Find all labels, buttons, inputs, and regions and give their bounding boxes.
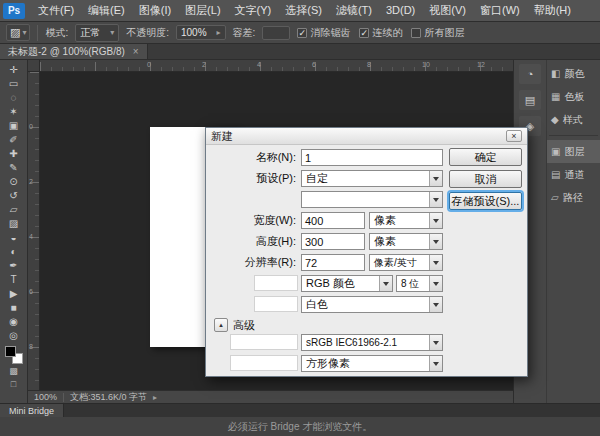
history-panel-icon[interactable]: ◔ xyxy=(519,64,541,84)
menu-item-edit[interactable]: 编辑(E) xyxy=(81,0,132,21)
menu-item-view[interactable]: 视图(V) xyxy=(422,0,473,21)
menu-item-file[interactable]: 文件(F) xyxy=(31,0,81,21)
ok-button[interactable]: 确定 xyxy=(449,148,522,166)
lasso-tool[interactable]: ◌ xyxy=(2,90,26,104)
path-select-tool[interactable]: ▶ xyxy=(2,286,26,300)
dialog-title-bar[interactable]: 新建 × xyxy=(206,128,527,145)
shape-tool[interactable]: ■ xyxy=(2,300,26,314)
menu-item-filter[interactable]: 滤镜(T) xyxy=(329,0,379,21)
hand-tool[interactable]: ◉ xyxy=(2,314,26,328)
gradient-tool[interactable]: ▨ xyxy=(2,216,26,230)
opacity-select[interactable]: 100% ▸ xyxy=(176,25,226,40)
ruler-origin-corner[interactable] xyxy=(28,60,40,72)
panel-tab-paths[interactable]: ▱路径 xyxy=(547,186,600,209)
vertical-ruler[interactable]: 02468 xyxy=(28,72,40,390)
eyedropper-tool[interactable]: ✐ xyxy=(2,132,26,146)
background-label-box xyxy=(254,296,298,312)
brush-tool[interactable]: ✎ xyxy=(2,160,26,174)
width-input[interactable]: 400 xyxy=(301,212,365,229)
document-tab[interactable]: 未标题-2 @ 100%(RGB/8) × xyxy=(0,44,148,59)
menu-item-layer[interactable]: 图层(L) xyxy=(178,0,227,21)
resolution-unit-select[interactable]: 像素/英寸 xyxy=(369,254,443,271)
color-profile-select[interactable]: sRGB IEC61966-2.1 xyxy=(301,334,443,351)
h-ruler-number: 10 xyxy=(422,61,430,68)
dialog-close-button[interactable]: × xyxy=(506,130,522,142)
healing-brush-tool[interactable]: ✚ xyxy=(2,146,26,160)
resolution-value: 72 xyxy=(305,257,317,269)
new-document-dialog: 新建 × 名称(N): 1 确定 预设(P): 自定 取消 存储 xyxy=(205,127,528,377)
close-icon[interactable]: × xyxy=(133,46,139,57)
h-ruler-number: 0 xyxy=(147,61,151,68)
marquee-tool[interactable]: ▭ xyxy=(2,76,26,90)
name-input[interactable]: 1 xyxy=(301,149,443,166)
move-tool[interactable]: ✛ xyxy=(2,62,26,76)
menu-item-image[interactable]: 图像(I) xyxy=(132,0,178,21)
v-ruler-number: 4 xyxy=(29,233,33,240)
tolerance-label: 容差: xyxy=(233,26,256,40)
panel-tab-swatches[interactable]: ▦色板 xyxy=(547,85,600,108)
width-unit-select[interactable]: 像素 xyxy=(369,212,443,229)
menu-item-type[interactable]: 文字(Y) xyxy=(228,0,279,21)
panel-tab-channels[interactable]: ▤通道 xyxy=(547,163,600,186)
menu-item-help[interactable]: 帮助(H) xyxy=(527,0,578,21)
panel-tab-label: 色板 xyxy=(564,90,584,104)
width-unit-value: 像素 xyxy=(374,213,396,228)
color-profile-value: sRGB IEC61966-2.1 xyxy=(306,337,397,348)
panel-tab-label: 颜色 xyxy=(564,67,584,81)
tolerance-input[interactable] xyxy=(262,26,290,40)
history-brush-tool[interactable]: ↺ xyxy=(2,188,26,202)
checkbox-all-layers[interactable]: 所有图层 xyxy=(411,26,464,40)
foreground-color-swatch[interactable] xyxy=(5,346,16,357)
cancel-button[interactable]: 取消 xyxy=(449,170,522,188)
preset-select[interactable]: 自定 xyxy=(301,170,443,187)
eraser-tool[interactable]: ▱ xyxy=(2,202,26,216)
color-mode-select[interactable]: RGB 颜色 xyxy=(301,275,393,292)
screen-mode-button[interactable]: □ xyxy=(2,377,26,390)
paint-bucket-icon: ▨ xyxy=(10,26,20,39)
bit-depth-select[interactable]: 8 位 xyxy=(396,275,443,292)
panel-tab-color[interactable]: ◧颜色 xyxy=(547,62,600,85)
checkbox-contiguous[interactable]: ✓连续的 xyxy=(359,26,402,40)
pen-tool[interactable]: ✒ xyxy=(2,258,26,272)
menu-item-window[interactable]: 窗口(W) xyxy=(473,0,527,21)
document-size-info[interactable]: 文档:351.6K/0 字节 xyxy=(70,391,147,404)
dodge-tool[interactable]: ◐ xyxy=(2,244,26,258)
tool-preset-dropdown[interactable]: ▨ ▾ xyxy=(6,24,30,41)
properties-panel-icon[interactable]: ▤ xyxy=(519,90,541,110)
blur-tool[interactable]: ◒ xyxy=(2,230,26,244)
clone-stamp-tool[interactable]: ⊙ xyxy=(2,174,26,188)
blend-mode-select[interactable]: 正常 ▾ xyxy=(75,24,119,42)
crop-tool[interactable]: ▣ xyxy=(2,118,26,132)
status-flyout-arrow-icon[interactable]: ▸ xyxy=(153,393,157,402)
quick-mask-button[interactable]: ▩ xyxy=(2,364,26,377)
size-select[interactable] xyxy=(301,191,443,208)
mini-bridge-message: 必须运行 Bridge 才能浏览文件。 xyxy=(228,420,372,434)
mini-bridge-tab[interactable]: Mini Bridge xyxy=(0,404,64,417)
slider-arrow-icon: ▸ xyxy=(217,28,221,37)
bottom-panel-tab-bar: Mini Bridge xyxy=(0,403,600,417)
resolution-input[interactable]: 72 xyxy=(301,254,365,271)
type-tool[interactable]: T xyxy=(2,272,26,286)
height-unit-select[interactable]: 像素 xyxy=(369,233,443,250)
zoom-level-field[interactable]: 100% xyxy=(34,392,57,402)
magic-wand-tool[interactable]: ✶ xyxy=(2,104,26,118)
color-swatches[interactable] xyxy=(5,346,23,364)
zoom-tool[interactable]: ◎ xyxy=(2,328,26,342)
menu-item-threed[interactable]: 3D(D) xyxy=(379,0,422,21)
collapsed-panel-tabs: ◧颜色▦色板◆样式▣图层▤通道▱路径 xyxy=(547,60,600,403)
advanced-expander-button[interactable]: ▴ xyxy=(214,318,228,332)
menu-item-select[interactable]: 选择(S) xyxy=(278,0,329,21)
horizontal-ruler[interactable]: 02468101214 xyxy=(40,60,513,72)
height-input[interactable]: 300 xyxy=(301,233,365,250)
photoshop-logo-icon: Ps xyxy=(3,3,25,19)
checkbox-box-icon: ✓ xyxy=(359,28,369,38)
pixel-aspect-select[interactable]: 方形像素 xyxy=(301,355,443,372)
color-profile-row: sRGB IEC61966-2.1 xyxy=(206,334,527,351)
checkbox-anti-alias[interactable]: ✓消除锯齿 xyxy=(297,26,350,40)
document-tab-title: 未标题-2 @ 100%(RGB/8) xyxy=(8,45,125,59)
advanced-row: ▴ 高级 xyxy=(206,317,527,333)
background-contents-select[interactable]: 白色 xyxy=(301,296,443,313)
panel-tab-styles[interactable]: ◆样式 xyxy=(547,108,600,131)
save-preset-button[interactable]: 存储预设(S)... xyxy=(449,192,522,210)
panel-tab-layers[interactable]: ▣图层 xyxy=(547,140,600,163)
